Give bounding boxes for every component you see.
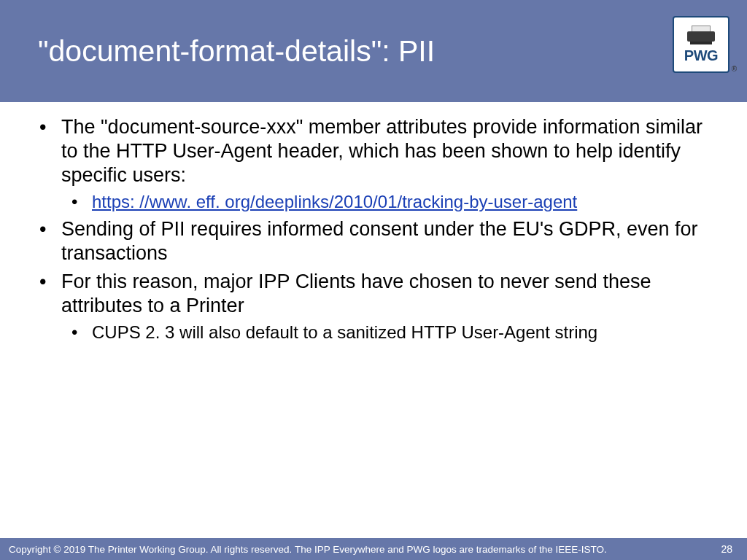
- slide-title: "document-format-details": PII: [38, 34, 435, 69]
- registered-symbol: ®: [732, 65, 737, 73]
- page-number: 28: [721, 543, 732, 555]
- slide-body: The "document-source-xxx" member attribu…: [0, 102, 747, 538]
- bullet-text: Sending of PII requires informed consent…: [61, 218, 698, 264]
- footer-bar: Copyright © 2019 The Printer Working Gro…: [0, 538, 747, 560]
- bullet-text: For this reason, major IPP Clients have …: [61, 271, 651, 316]
- bullet-sub-text: CUPS 2. 3 will also default to a sanitiz…: [92, 322, 597, 342]
- printer-icon: [687, 28, 715, 46]
- bullet-item: Sending of PII requires informed consent…: [31, 217, 716, 265]
- slide: "document-format-details": PII PWG ® The…: [0, 0, 747, 560]
- title-bar: "document-format-details": PII PWG ®: [0, 0, 747, 102]
- logo-text: PWG: [684, 47, 718, 64]
- bullet-text: The "document-source-xxx" member attribu…: [61, 116, 703, 186]
- copyright-text: Copyright © 2019 The Printer Working Gro…: [9, 544, 607, 555]
- eff-link[interactable]: https: //www. eff. org/deeplinks/2010/01…: [92, 192, 577, 211]
- pwg-logo: PWG ®: [673, 16, 729, 73]
- bullet-sub-item: CUPS 2. 3 will also default to a sanitiz…: [61, 321, 716, 343]
- bullet-sub-item: https: //www. eff. org/deeplinks/2010/01…: [61, 190, 716, 213]
- bullet-item: For this reason, major IPP Clients have …: [31, 270, 716, 343]
- bullet-item: The "document-source-xxx" member attribu…: [31, 115, 716, 213]
